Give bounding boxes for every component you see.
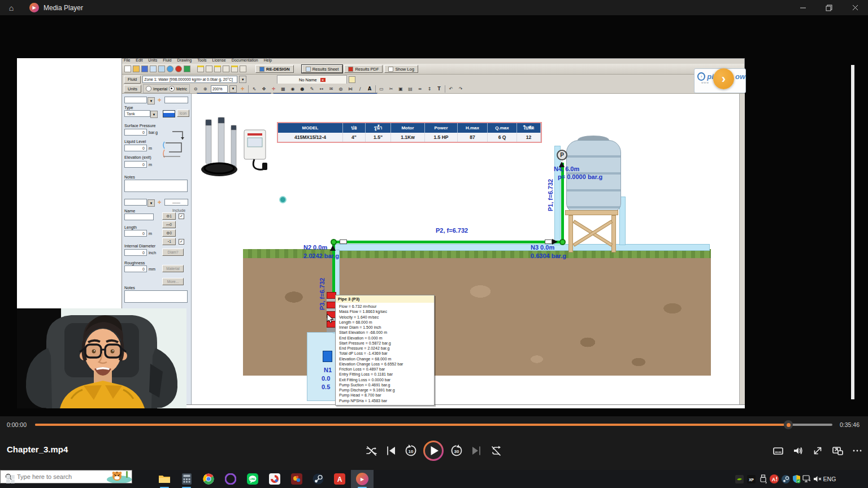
sort-icon[interactable]: ↕	[426, 85, 433, 93]
diam-button[interactable]: Diam?	[162, 249, 184, 256]
app-menu-bar[interactable]: FileEditUnitsFluidDrawingToolsLicenseDoc…	[124, 58, 272, 64]
taskbar-opera[interactable]	[220, 470, 241, 488]
steam-tray-icon[interactable]	[780, 470, 791, 488]
chart-icon[interactable]	[184, 66, 190, 72]
taskbar-anydesk[interactable]: A	[329, 470, 350, 488]
length-input[interactable]: 0	[124, 230, 147, 237]
start-button[interactable]	[0, 470, 20, 488]
taskbar-chrome[interactable]	[198, 470, 219, 488]
repeat-off-button[interactable]	[489, 444, 503, 457]
image-tool-icon[interactable]: ▦	[279, 85, 287, 93]
material-button[interactable]: Material	[162, 265, 184, 272]
taskbar-line[interactable]: LINE	[242, 470, 263, 488]
title-text-icon[interactable]: T	[435, 85, 443, 93]
pipe-p2[interactable]	[334, 241, 562, 243]
redo-icon[interactable]: ↷	[457, 85, 465, 93]
fitting-4-button[interactable]: ◔1	[162, 238, 176, 245]
pan-tool-icon[interactable]: ✥	[260, 85, 268, 93]
pointer-tool-icon[interactable]: ⇖	[250, 85, 258, 93]
volume-muted-tray-icon[interactable]	[812, 470, 823, 488]
pump-tool-icon[interactable]: ◍	[337, 85, 345, 93]
taskbar-calculator[interactable]	[176, 470, 197, 488]
locate-node-icon[interactable]: ✛	[155, 96, 163, 104]
more-button[interactable]: More...	[162, 278, 184, 285]
play-button[interactable]	[423, 440, 444, 461]
fitting-2-button[interactable]: ▭0	[162, 221, 176, 228]
elevation-input[interactable]: 0	[124, 161, 147, 168]
email-icon[interactable]	[150, 66, 157, 72]
diameter-input[interactable]: 0	[124, 249, 147, 256]
show-log-button[interactable]: Show Log	[384, 65, 418, 73]
center-view-icon[interactable]: ✛	[238, 85, 246, 93]
rewind-10-button[interactable]: 10	[404, 444, 418, 457]
node-name-input[interactable]	[164, 97, 188, 103]
pipe-sheet-icon[interactable]	[206, 66, 212, 72]
text-tool-icon[interactable]: A	[366, 85, 374, 93]
language-indicator[interactable]: ENG	[822, 470, 837, 488]
copy-icon[interactable]: ▣	[397, 85, 405, 93]
fluid-zone-dropdown-icon[interactable]: ▼	[239, 76, 246, 83]
fitting-1-checkbox[interactable]: ✓	[179, 213, 184, 219]
type-dropdown-icon[interactable]: ▼	[150, 111, 158, 118]
forward-30-button[interactable]: 30	[450, 444, 463, 457]
paste-icon[interactable]: ▤	[406, 85, 414, 93]
node-select[interactable]	[124, 97, 147, 103]
cut-icon[interactable]: ✂	[387, 85, 395, 93]
more-options-button[interactable]	[850, 444, 864, 457]
windows-security-tray-icon[interactable]	[791, 470, 802, 488]
link-icon[interactable]	[158, 66, 165, 72]
liquid-level-input[interactable]: 0	[124, 145, 147, 151]
undo-icon[interactable]: ↶	[447, 85, 455, 93]
xppen-tray-icon[interactable]: XP	[745, 470, 757, 488]
notes-textarea[interactable]	[124, 180, 188, 192]
node-n2[interactable]	[331, 239, 337, 245]
new-tab-icon[interactable]	[349, 76, 355, 83]
line-tool-icon[interactable]: ∕	[356, 85, 364, 93]
pipe-select[interactable]	[124, 199, 147, 206]
label-sheet-icon[interactable]	[214, 66, 221, 72]
node-select-dropdown-icon[interactable]: ▼	[147, 97, 155, 104]
previous-button[interactable]	[384, 444, 398, 457]
line-style-select[interactable]: ——	[164, 199, 188, 206]
pipe-name-input[interactable]	[124, 213, 154, 220]
anydesk-tray-icon[interactable]: A	[769, 470, 780, 488]
nvidia-tray-icon[interactable]	[734, 470, 745, 488]
network-tray-icon[interactable]	[801, 470, 813, 488]
subtitles-button[interactable]	[771, 444, 785, 457]
fitting-4-checkbox[interactable]: ✓	[179, 239, 184, 245]
mail-icon[interactable]: ✉	[327, 85, 335, 93]
usb-tray-icon[interactable]	[757, 470, 769, 488]
rect-select-icon[interactable]: ▭	[377, 85, 385, 93]
fullscreen-button[interactable]	[811, 444, 824, 457]
miniplayer-button[interactable]	[831, 444, 844, 457]
roughness-input[interactable]: 0	[124, 265, 147, 272]
fluid-zone-select[interactable]: Zone 1: Water [998.000000 kg/m³ at 0.0ba…	[142, 76, 237, 83]
results-sheet-button[interactable]: Results Sheet	[302, 65, 343, 73]
node-sheet-icon[interactable]	[197, 66, 204, 72]
pipe-select-dropdown-icon[interactable]: ▼	[147, 199, 155, 207]
results-pdf-button[interactable]: Results PDF	[344, 65, 383, 73]
metric-radio[interactable]	[169, 86, 175, 91]
redesign-button[interactable]: RE-DESIGN	[255, 65, 294, 73]
home-icon[interactable]: ⌂	[0, 3, 23, 12]
open-icon[interactable]	[133, 66, 140, 72]
icon-button[interactable]: Icon	[177, 110, 189, 117]
zoom-level-select[interactable]: 200%	[211, 85, 228, 93]
fitting-1-button[interactable]: ⚙1	[162, 212, 176, 220]
taskbar-app-red[interactable]	[264, 470, 285, 488]
pipe-notes-textarea[interactable]	[124, 290, 188, 303]
pump-intake-symbol[interactable]	[323, 351, 332, 362]
units-button[interactable]: Units	[124, 85, 141, 93]
zoom-dropdown-icon[interactable]: ▼	[229, 85, 237, 93]
close-button[interactable]	[842, 0, 868, 15]
taskbar-file-explorer[interactable]	[154, 470, 175, 488]
shuffle-button[interactable]	[364, 444, 378, 457]
next-button[interactable]	[470, 444, 483, 457]
fitting-3-button[interactable]: ⚙0	[162, 229, 176, 237]
data-sheet-icon[interactable]	[231, 66, 238, 72]
record-icon[interactable]	[175, 66, 182, 72]
calc-sheet-icon[interactable]	[240, 66, 246, 72]
next-overlay-button[interactable]: ›	[713, 68, 734, 89]
drawing-point-marker[interactable]	[279, 196, 287, 203]
pen-tool-icon[interactable]: ✎	[308, 85, 316, 93]
